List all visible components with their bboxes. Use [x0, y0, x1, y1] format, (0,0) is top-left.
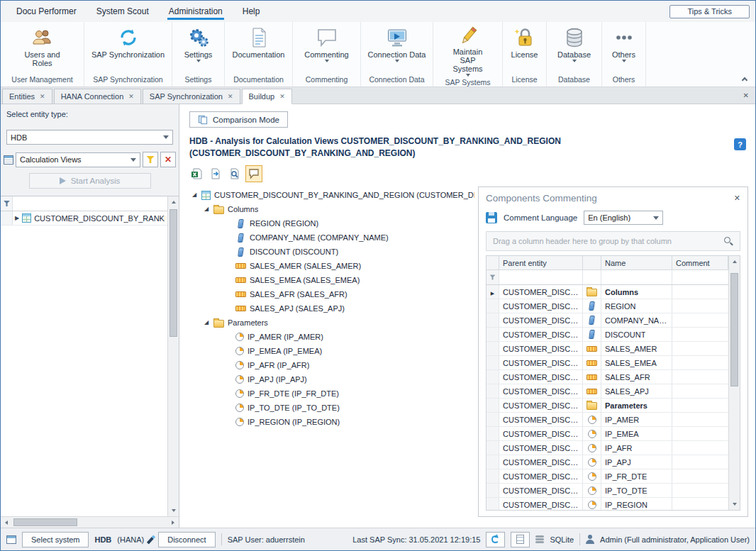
- ribbon-collapse-button[interactable]: [740, 74, 750, 83]
- clear-filter-button[interactable]: ✕: [160, 152, 176, 167]
- scroll-track[interactable]: [729, 267, 740, 499]
- entity-type-select[interactable]: Calculation Views: [16, 152, 140, 167]
- disconnect-button[interactable]: Disconnect: [158, 532, 215, 547]
- comment-language-select[interactable]: En (English): [584, 211, 663, 225]
- tab-buildup[interactable]: Buildup ✕: [242, 89, 292, 104]
- panel-close-icon[interactable]: ✕: [734, 194, 740, 203]
- export-button[interactable]: [207, 165, 224, 182]
- table-row[interactable]: CUSTOMER_DISCOUNT_BY_RANKING_AND_REGION …: [487, 342, 728, 356]
- column-header-comment[interactable]: Comment: [672, 256, 728, 269]
- save-icon[interactable]: [486, 212, 497, 223]
- ribbon-sap-synchronization[interactable]: SAP Synchronization SAP Synchronization: [84, 22, 172, 87]
- tree-expander-icon[interactable]: [191, 191, 198, 199]
- find-button[interactable]: [226, 165, 243, 182]
- entity-list-vscrollbar[interactable]: [167, 196, 179, 516]
- scroll-thumb[interactable]: [169, 209, 177, 337]
- group-by-bar[interactable]: Drag a column header here to group by th…: [486, 231, 740, 251]
- table-row[interactable]: CUSTOMER_DISCOUNT_BY_RANKING_AND_REGION …: [487, 441, 728, 455]
- tree-node[interactable]: IP_APJ (IP_APJ): [191, 372, 474, 386]
- expand-arrow-icon[interactable]: ▶: [15, 216, 19, 221]
- tree-node[interactable]: COMPANY_NAME (COMPANY_NAME): [191, 230, 474, 245]
- tab-close-icon[interactable]: ✕: [228, 94, 233, 100]
- table-row[interactable]: CUSTOMER_DISCOUNT_BY_RANKING_AND_REGION …: [487, 455, 728, 469]
- tab-entities[interactable]: Entities ✕: [2, 89, 52, 104]
- menu-help[interactable]: Help: [233, 2, 270, 21]
- ribbon-maintain-sap-systems[interactable]: Maintain SAP Systems SAP Systems: [433, 22, 503, 87]
- table-row[interactable]: CUSTOMER_DISCOUNT_BY_RANKING_AND_REGION …: [487, 299, 728, 313]
- ribbon-documentation[interactable]: Documentation Documentation: [225, 22, 293, 87]
- filter-cell[interactable]: [499, 270, 583, 284]
- ribbon-users-and-roles[interactable]: Users and Roles User Management: [1, 22, 84, 87]
- scroll-thumb[interactable]: [13, 518, 77, 526]
- tree-node[interactable]: IP_TO_DTE (IP_TO_DTE): [191, 401, 474, 415]
- tab-close-icon[interactable]: ✕: [40, 94, 45, 100]
- tree-node[interactable]: IP_AMER (IP_AMER): [191, 330, 474, 344]
- table-row[interactable]: CUSTOMER_DISCOUNT_BY_RANKING_AND_REGION …: [487, 498, 728, 510]
- tree-node[interactable]: REGION (REGION): [191, 216, 474, 230]
- commenting-toggle-button[interactable]: [245, 165, 262, 182]
- tree-node[interactable]: IP_REGION (IP_REGION): [191, 415, 474, 429]
- table-row[interactable]: CUSTOMER_DISCOUNT_BY_RANKING_AND_REGION …: [487, 484, 728, 498]
- tree-node[interactable]: SALES_APJ (SALES_APJ): [191, 301, 474, 316]
- scroll-up-arrow[interactable]: [168, 196, 179, 208]
- filter-button[interactable]: [143, 152, 158, 167]
- help-button[interactable]: ?: [734, 138, 746, 150]
- system-select[interactable]: HDB: [6, 130, 173, 145]
- tree-expander-icon[interactable]: [203, 319, 210, 326]
- table-row[interactable]: CUSTOMER_DISCOUNT_BY_RANKING_AND_REGION …: [487, 356, 728, 370]
- scroll-thumb[interactable]: [730, 273, 738, 386]
- table-row[interactable]: CUSTOMER_DISCOUNT_BY_RANKING_AND_REGION …: [487, 313, 728, 328]
- ribbon-others[interactable]: Others Others: [602, 22, 646, 87]
- menu-system-scout[interactable]: System Scout: [87, 2, 159, 21]
- column-header-icon[interactable]: [583, 256, 601, 269]
- column-header-name[interactable]: Name: [601, 256, 672, 269]
- table-row[interactable]: CUSTOMER_DISCOUNT_BY_RANKING_AND_REGION …: [487, 285, 728, 299]
- scroll-track[interactable]: [12, 517, 167, 528]
- ribbon-commenting[interactable]: Commenting Commenting: [293, 22, 361, 87]
- scroll-track[interactable]: [168, 208, 179, 505]
- scroll-down-arrow[interactable]: [168, 505, 179, 516]
- tree-node[interactable]: CUSTOMER_DISCOUNT_BY_RANKING_AND_REGION …: [191, 188, 474, 202]
- select-system-button[interactable]: Select system: [22, 532, 89, 547]
- tab-close-icon[interactable]: ✕: [128, 94, 134, 100]
- menu-docu-performer[interactable]: Docu Performer: [6, 2, 87, 21]
- comments-table-vscrollbar[interactable]: [728, 256, 740, 510]
- sync-refresh-button[interactable]: [486, 532, 505, 547]
- entity-list-hscrollbar[interactable]: [1, 516, 179, 528]
- tree-node[interactable]: DISCOUNT (DISCOUNT): [191, 245, 474, 259]
- filter-cell[interactable]: [601, 270, 672, 284]
- ribbon-database[interactable]: Database Database: [547, 22, 602, 87]
- tree-node[interactable]: Columns: [191, 202, 474, 216]
- table-row[interactable]: CUSTOMER_DISCOUNT_BY_RANKING_AND_REGION …: [487, 427, 728, 441]
- tree-node[interactable]: SALES_EMEA (SALES_EMEA): [191, 273, 474, 287]
- entity-filter-row[interactable]: [1, 196, 167, 211]
- ribbon-connection-data[interactable]: Connection Data Connection Data: [361, 22, 433, 87]
- tabbar-close-icon[interactable]: ✕: [743, 91, 749, 99]
- ribbon-settings[interactable]: Settings Settings: [172, 22, 225, 87]
- column-header-parent-entity[interactable]: Parent entity: [499, 256, 583, 269]
- table-row[interactable]: CUSTOMER_DISCOUNT_BY_RANKING_AND_REGION …: [487, 370, 728, 384]
- tree-node[interactable]: Parameters: [191, 316, 474, 330]
- tree-expander-icon[interactable]: [203, 206, 210, 213]
- tree-node[interactable]: IP_AFR (IP_AFR): [191, 358, 474, 372]
- excel-export-button[interactable]: [188, 165, 205, 182]
- filter-cell[interactable]: [583, 270, 601, 284]
- tree-node[interactable]: IP_FR_DTE (IP_FR_DTE): [191, 386, 474, 401]
- entity-list-item[interactable]: ▶ CUSTOMER_DISCOUNT_BY_RANKING_AND_REGIO…: [1, 211, 167, 226]
- start-analysis-button[interactable]: Start Analysis: [29, 173, 151, 189]
- table-row[interactable]: CUSTOMER_DISCOUNT_BY_RANKING_AND_REGION …: [487, 399, 728, 413]
- scroll-left-arrow[interactable]: [1, 517, 12, 528]
- menu-administration[interactable]: Administration: [159, 2, 233, 21]
- comparison-mode-button[interactable]: Comparison Mode: [189, 111, 288, 128]
- filter-cell[interactable]: [672, 270, 728, 284]
- table-row[interactable]: CUSTOMER_DISCOUNT_BY_RANKING_AND_REGION …: [487, 384, 728, 399]
- table-filter-row[interactable]: [487, 270, 728, 285]
- ribbon-license[interactable]: License License: [503, 22, 547, 87]
- tree-node[interactable]: IP_EMEA (IP_EMEA): [191, 344, 474, 358]
- scroll-up-arrow[interactable]: [729, 256, 740, 267]
- search-icon[interactable]: [724, 237, 733, 246]
- scroll-down-arrow[interactable]: [729, 499, 740, 510]
- sync-log-button[interactable]: [511, 532, 530, 547]
- tips-and-tricks-button[interactable]: Tips & Tricks: [669, 5, 750, 18]
- table-row[interactable]: CUSTOMER_DISCOUNT_BY_RANKING_AND_REGION …: [487, 328, 728, 342]
